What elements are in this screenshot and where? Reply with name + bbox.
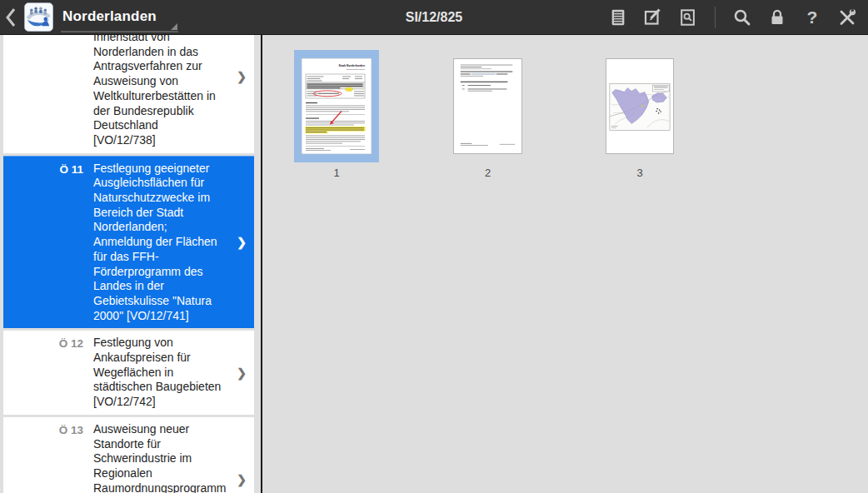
agenda-item-text: Ausweisung neuer Standorte für Schwerind…	[93, 422, 235, 493]
chevron-right-icon: ❯	[237, 236, 247, 249]
page-number-label: 1	[333, 167, 339, 179]
page-thumbnail-2: 2	[453, 50, 522, 179]
annotate-document-icon[interactable]	[643, 7, 663, 27]
page-number-label: 2	[485, 167, 491, 179]
chevron-right-icon: ❯	[237, 366, 247, 380]
content-area: Innenstadt von Norderlanden in das Antra…	[0, 35, 868, 493]
document-search-icon[interactable]	[678, 7, 698, 27]
app-title: Norderlanden	[62, 8, 157, 25]
page-2-preview[interactable]	[453, 58, 522, 154]
agenda-item-number: Ö 11	[3, 162, 87, 324]
yellow-highlight	[306, 127, 366, 132]
agenda-item-number	[3, 35, 87, 148]
action-bar-buttons: ?	[608, 7, 868, 28]
chevron-right-icon: ❯	[237, 70, 247, 83]
map-legend	[653, 85, 670, 92]
page1-subheader-text: Die Bürgermeisterin	[347, 68, 366, 71]
protocol-document-icon[interactable]	[608, 7, 628, 27]
app-logo-icon[interactable]	[24, 2, 53, 32]
agenda-item-text: Festlegung von Ankaufspreisen für Wegefl…	[93, 336, 235, 410]
agenda-item-vo-12-738[interactable]: Innenstadt von Norderlanden in das Antra…	[3, 35, 254, 153]
agenda-item-o13[interactable]: Ö 13 Ausweisung neuer Standorte für Schw…	[3, 417, 254, 493]
page-thumbnails: Stadt Norderlanden Die Bürgermeisterin	[262, 35, 868, 179]
action-bar: Norderlanden SI/12/825	[0, 0, 868, 35]
page-thumbnail-1: Stadt Norderlanden Die Bürgermeisterin	[294, 50, 379, 179]
agenda-item-vo-12-741-selected[interactable]: Ö 11 Festlegung geeigneter Ausgleichsflä…	[3, 156, 254, 329]
page-thumbnail-3: 3	[606, 50, 674, 179]
lock-icon[interactable]	[767, 7, 787, 27]
selected-page-frame[interactable]: Stadt Norderlanden Die Bürgermeisterin	[294, 50, 379, 162]
search-icon[interactable]	[732, 7, 752, 27]
document-viewer[interactable]: Stadt Norderlanden Die Bürgermeisterin	[261, 35, 868, 493]
page-3-preview[interactable]	[606, 58, 674, 154]
agenda-item-vo-12-742[interactable]: Ö 12 Festlegung von Ankaufspreisen für W…	[3, 331, 254, 415]
agenda-item-number: Ö 12	[3, 336, 87, 410]
agenda-list[interactable]: Innenstadt von Norderlanden in das Antra…	[0, 35, 261, 493]
chevron-right-icon: ❯	[237, 473, 247, 486]
action-bar-divider	[715, 7, 716, 28]
agenda-item-text: Innenstadt von Norderlanden in das Antra…	[93, 35, 235, 148]
back-chevron-icon	[3, 6, 20, 29]
back-button[interactable]	[0, 0, 23, 35]
page1-header-text: Stadt Norderlanden	[339, 64, 365, 67]
agenda-item-text: Festlegung geeigneter Ausgleichsflächen …	[93, 162, 235, 324]
page-number-label: 3	[636, 167, 642, 179]
tools-icon[interactable]	[837, 7, 857, 27]
help-icon[interactable]: ?	[802, 7, 822, 27]
title-spinner[interactable]: Norderlanden	[61, 5, 178, 32]
agenda-item-number: Ö 13	[3, 422, 87, 493]
page-1-preview: Stadt Norderlanden Die Bürgermeisterin	[302, 58, 372, 154]
